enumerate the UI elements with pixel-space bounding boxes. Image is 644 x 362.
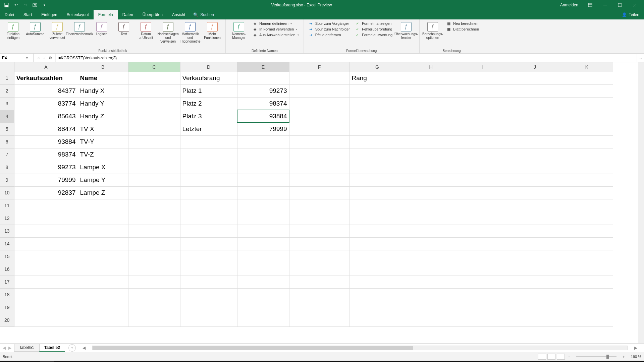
name-box[interactable]: ▼ <box>0 54 34 62</box>
sheet-tab-tabelle1[interactable]: Tabelle1 <box>14 344 39 352</box>
cell-K10[interactable] <box>561 186 613 199</box>
calc-options[interactable]: ƒBerechnungs-optionen <box>422 21 443 40</box>
cell-J16[interactable] <box>509 263 561 276</box>
cell-D8[interactable] <box>180 161 237 174</box>
cell-H19[interactable] <box>405 301 457 314</box>
cell-K14[interactable] <box>561 237 613 250</box>
cell-J15[interactable] <box>509 250 561 263</box>
cell-K13[interactable] <box>561 225 613 237</box>
cell-D10[interactable] <box>180 186 237 199</box>
cell-I14[interactable] <box>457 237 509 250</box>
cell-D13[interactable] <box>180 225 237 237</box>
ribbon-spur-zum-nachfolger[interactable]: ➜Spur zum Nachfolger <box>307 26 352 32</box>
cell-K2[interactable] <box>561 84 613 97</box>
cell-H13[interactable] <box>405 225 457 237</box>
cell-J11[interactable] <box>509 199 561 212</box>
cell-B9[interactable]: Lampe Y <box>78 174 128 186</box>
col-header-D[interactable]: D <box>180 62 237 72</box>
row-header-10[interactable]: 10 <box>0 186 14 199</box>
cell-I19[interactable] <box>457 301 509 314</box>
cell-H18[interactable] <box>405 288 457 301</box>
ribbon-text[interactable]: ƒText <box>113 21 134 36</box>
cell-I20[interactable] <box>457 314 509 326</box>
cell-H20[interactable] <box>405 314 457 326</box>
close-icon[interactable] <box>628 0 641 10</box>
row-header-6[interactable]: 6 <box>0 135 14 148</box>
cell-H7[interactable] <box>405 148 457 161</box>
cell-K18[interactable] <box>561 288 613 301</box>
signin-link[interactable]: Anmelden <box>556 3 582 7</box>
cell-F6[interactable] <box>289 135 350 148</box>
cell-D19[interactable] <box>180 301 237 314</box>
cell-J4[interactable] <box>509 110 561 123</box>
cell-C7[interactable] <box>128 148 180 161</box>
cell-C18[interactable] <box>128 288 180 301</box>
cell-K6[interactable] <box>561 135 613 148</box>
cell-D11[interactable] <box>180 199 237 212</box>
cell-F7[interactable] <box>289 148 350 161</box>
col-header-K[interactable]: K <box>561 62 613 72</box>
cell-F9[interactable] <box>289 174 350 186</box>
cell-J2[interactable] <box>509 84 561 97</box>
cell-B2[interactable]: Handy X <box>78 84 128 97</box>
cell-I1[interactable] <box>457 72 509 84</box>
cell-H8[interactable] <box>405 161 457 174</box>
cell-A1[interactable]: Verkaufszahlen <box>14 72 78 84</box>
row-header-1[interactable]: 1 <box>0 72 14 84</box>
cell-A15[interactable] <box>14 250 78 263</box>
cell-I13[interactable] <box>457 225 509 237</box>
cell-E14[interactable] <box>237 237 289 250</box>
ribbon-blatt-berechnen[interactable]: ▦Blatt berechnen <box>444 26 481 32</box>
cell-H2[interactable] <box>405 84 457 97</box>
zoom-level[interactable]: 190 % <box>628 355 641 359</box>
cell-C4[interactable] <box>128 110 180 123</box>
row-header-14[interactable]: 14 <box>0 237 14 250</box>
cell-E6[interactable] <box>237 135 289 148</box>
cell-H6[interactable] <box>405 135 457 148</box>
cell-G6[interactable] <box>350 135 405 148</box>
cell-G5[interactable] <box>350 123 405 135</box>
tab-einfügen[interactable]: Einfügen <box>37 10 62 19</box>
cell-I3[interactable] <box>457 97 509 110</box>
sheet-nav-prev-icon[interactable]: ◀ <box>3 346 6 350</box>
cell-J17[interactable] <box>509 276 561 288</box>
cell-G2[interactable] <box>350 84 405 97</box>
cell-F13[interactable] <box>289 225 350 237</box>
cell-D20[interactable] <box>180 314 237 326</box>
cell-C2[interactable] <box>128 84 180 97</box>
cell-K15[interactable] <box>561 250 613 263</box>
cell-I8[interactable] <box>457 161 509 174</box>
cell-B14[interactable] <box>78 237 128 250</box>
cell-B12[interactable] <box>78 212 128 225</box>
cell-J9[interactable] <box>509 174 561 186</box>
formula-bar-expand-icon[interactable]: ⌄ <box>637 54 644 62</box>
cell-G12[interactable] <box>350 212 405 225</box>
cell-E12[interactable] <box>237 212 289 225</box>
cell-H5[interactable] <box>405 123 457 135</box>
cell-C3[interactable] <box>128 97 180 110</box>
cell-E4[interactable]: 93884 <box>237 110 289 123</box>
cell-E13[interactable] <box>237 225 289 237</box>
cell-E15[interactable] <box>237 250 289 263</box>
cell-G7[interactable] <box>350 148 405 161</box>
cell-B19[interactable] <box>78 301 128 314</box>
ribbon-autosumme[interactable]: ƒAutoSumme <box>25 21 46 36</box>
cell-I7[interactable] <box>457 148 509 161</box>
cell-A11[interactable] <box>14 199 78 212</box>
cell-G4[interactable] <box>350 110 405 123</box>
ribbon-neu-berechnen[interactable]: ▦Neu berechnen <box>444 21 481 26</box>
cell-D14[interactable] <box>180 237 237 250</box>
cell-I17[interactable] <box>457 276 509 288</box>
cell-G3[interactable] <box>350 97 405 110</box>
row-header-9[interactable]: 9 <box>0 174 14 186</box>
page-layout-view-button[interactable] <box>547 354 555 360</box>
cell-A19[interactable] <box>14 301 78 314</box>
ribbon-pfeile-entfernen[interactable]: ➜Pfeile entfernen <box>307 32 352 38</box>
cell-C9[interactable] <box>128 174 180 186</box>
cell-F14[interactable] <box>289 237 350 250</box>
row-header-18[interactable]: 18 <box>0 288 14 301</box>
cell-J1[interactable] <box>509 72 561 84</box>
cell-E17[interactable] <box>237 276 289 288</box>
cell-H9[interactable] <box>405 174 457 186</box>
col-header-F[interactable]: F <box>289 62 350 72</box>
